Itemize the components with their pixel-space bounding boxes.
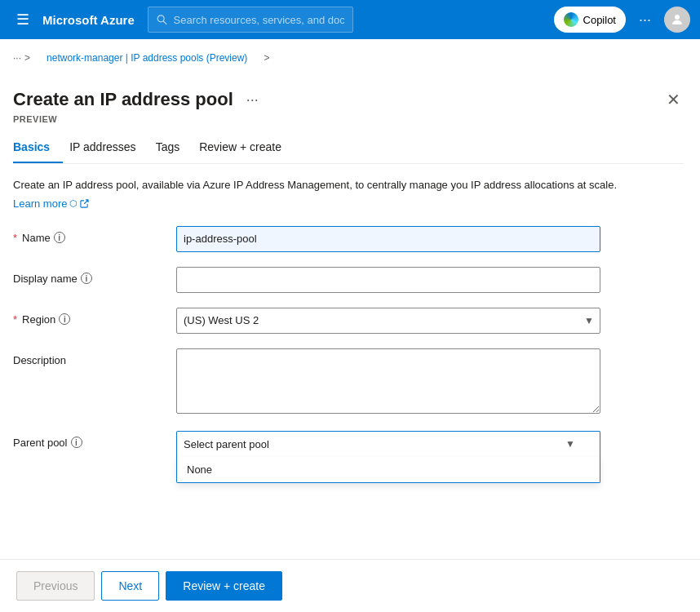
tab-tags[interactable]: Tags <box>153 132 193 163</box>
main-panel: Create an IP address pool ··· ✕ PREVIEW … <box>0 77 700 457</box>
name-required-star: * <box>13 232 17 244</box>
parent-pool-info-icon[interactable]: i <box>71 437 82 448</box>
display-name-info-icon[interactable]: i <box>81 273 92 284</box>
svg-point-2 <box>675 15 680 20</box>
breadcrumb-sep1: > <box>24 52 30 64</box>
parent-pool-chevron-icon: ▼ <box>565 438 575 450</box>
display-name-control <box>176 267 600 293</box>
parent-pool-dropdown-wrapper: Select parent pool ▼ None <box>176 431 600 457</box>
breadcrumb: ··· > network-manager | IP address pools… <box>0 39 700 77</box>
review-create-button[interactable]: Review + create <box>166 571 282 601</box>
form-section: * Name i Display name i * Region i <box>13 226 684 457</box>
parent-pool-option-none[interactable]: None <box>177 457 600 482</box>
display-name-label: Display name i <box>13 267 176 285</box>
description-row: Description <box>13 348 684 416</box>
search-bar <box>148 7 353 33</box>
title-more-icon[interactable]: ··· <box>246 91 259 109</box>
avatar[interactable] <box>664 7 690 33</box>
parent-pool-options: None <box>176 457 600 483</box>
name-input[interactable] <box>176 226 600 252</box>
region-row: * Region i (US) West US 2 ▼ <box>13 308 684 334</box>
display-name-input[interactable] <box>176 267 600 293</box>
name-info-icon[interactable]: i <box>54 232 65 243</box>
display-name-row: Display name i <box>13 267 684 293</box>
breadcrumb-link1[interactable]: network-manager | IP address pools (Prev… <box>33 46 260 70</box>
navbar: ☰ Microsoft Azure Copilot ··· <box>0 0 700 39</box>
copilot-label: Copilot <box>583 14 616 26</box>
search-input[interactable] <box>174 14 344 26</box>
search-icon <box>157 14 167 25</box>
copilot-button[interactable]: Copilot <box>554 7 626 33</box>
tab-ip-addresses[interactable]: IP addresses <box>66 132 148 163</box>
preview-badge: PREVIEW <box>13 114 684 124</box>
external-link-svg <box>80 199 89 208</box>
parent-pool-dropdown-button[interactable]: Select parent pool ▼ <box>176 431 600 457</box>
page-title: Create an IP address pool <box>13 89 233 110</box>
breadcrumb-sep2: > <box>264 52 269 64</box>
breadcrumb-dots[interactable]: ··· <box>13 52 21 64</box>
parent-pool-placeholder: Select parent pool <box>184 438 269 450</box>
region-label: * Region i <box>13 308 176 326</box>
region-select[interactable]: (US) West US 2 <box>176 308 600 334</box>
region-info-icon[interactable]: i <box>59 313 70 325</box>
parent-pool-row: Parent pool i Select parent pool ▼ None <box>13 431 684 457</box>
info-text: Create an IP address pool, available via… <box>13 177 684 193</box>
azure-logo: Microsoft Azure <box>42 13 135 27</box>
parent-pool-label: Parent pool i <box>13 431 176 449</box>
description-label: Description <box>13 348 176 366</box>
region-control: (US) West US 2 ▼ <box>176 308 600 334</box>
close-button[interactable]: ✕ <box>663 86 684 113</box>
tab-review-create[interactable]: Review + create <box>196 132 295 163</box>
name-control <box>176 226 600 252</box>
description-control <box>176 348 600 416</box>
svg-line-1 <box>163 21 166 24</box>
name-row: * Name i <box>13 226 684 252</box>
description-textarea[interactable] <box>176 348 600 414</box>
footer: Previous Next Review + create <box>0 559 700 612</box>
external-link-icon: ⬡ <box>69 198 78 209</box>
hamburger-icon[interactable]: ☰ <box>10 7 36 32</box>
region-select-wrapper: (US) West US 2 ▼ <box>176 308 600 334</box>
learn-more-link[interactable]: Learn more ⬡ <box>13 197 89 210</box>
parent-pool-control: Select parent pool ▼ None <box>176 431 600 457</box>
title-row: Create an IP address pool ··· ✕ <box>13 77 684 114</box>
previous-button: Previous <box>16 571 95 601</box>
name-label: * Name i <box>13 226 176 244</box>
navbar-more-icon[interactable]: ··· <box>632 8 658 32</box>
tabs-bar: Basics IP addresses Tags Review + create <box>13 132 684 164</box>
region-required-star: * <box>13 313 17 326</box>
next-button[interactable]: Next <box>101 571 159 601</box>
tab-basics[interactable]: Basics <box>13 132 63 163</box>
copilot-icon <box>564 12 578 27</box>
